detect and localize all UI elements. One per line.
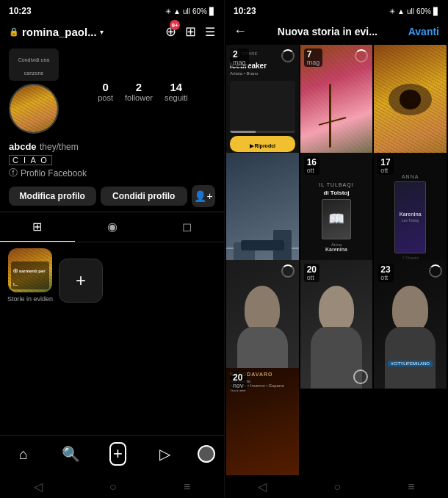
nav-search[interactable]: 🔍: [56, 443, 85, 465]
stories-row: ⓔ sarmenti per l... Storie in eviden +: [0, 242, 224, 308]
reels-nav-icon: ▷: [159, 445, 170, 463]
right-status-bar: 10:23 ✳ ▲ ull 60% ▊: [225, 0, 448, 21]
cell-8-badge: 20 ott: [304, 264, 319, 282]
stat-post[interactable]: 0 post: [98, 81, 113, 102]
header-actions: ⊕ 9+ ⊞ ☰: [165, 24, 215, 40]
tagged-icon: ◻: [182, 220, 192, 234]
left-time: 10:23: [9, 6, 32, 16]
cell-9-loading: [429, 264, 442, 278]
story-cell-8[interactable]: 20 ott: [300, 260, 373, 389]
cell-5-badge: 16 ott: [304, 156, 319, 175]
bottom-nav: ⌂ 🔍 + ▷: [0, 435, 224, 475]
facebook-link[interactable]: ⓕ Profilo Facebook: [9, 167, 215, 179]
post-count: 0: [102, 81, 108, 93]
story-add-button[interactable]: +: [59, 259, 103, 303]
cell-7-loading: [281, 264, 295, 278]
nav-home[interactable]: ⌂: [9, 443, 38, 465]
right-time: 10:23: [234, 6, 256, 16]
stat-follower[interactable]: 2 follower: [125, 81, 153, 102]
cell-2-badge: 7 mag: [304, 48, 323, 67]
right-status-icons: ✳ ▲ ull 60% ▊: [389, 7, 439, 15]
notif-count: 9+: [170, 20, 180, 30]
tab-reels[interactable]: ◉: [75, 212, 150, 242]
left-status-icons: ✳ ▲ ull 60% ▊: [165, 7, 215, 15]
stats-row: 0 post 2 follower 14 seguiti: [71, 81, 215, 102]
facebook-icon: ⓕ: [9, 167, 18, 179]
story-cell-10[interactable]: NATODAVARO Spettacolo Autunno • Inverno …: [226, 368, 299, 476]
left-status-bar: 10:23 ✳ ▲ ull 60% ▊: [0, 0, 224, 21]
story-highlight-item[interactable]: ⓔ sarmenti per l... Storie in eviden: [7, 248, 53, 303]
bio-ciao: C I A O: [9, 155, 52, 165]
right-header: ← Nuova storia in evi... Avanti: [225, 21, 448, 43]
username-text: romina_paol...: [22, 26, 97, 38]
follower-label: follower: [125, 93, 153, 102]
nav-add[interactable]: +: [103, 443, 132, 465]
facebook-link-text: Profilo Facebook: [21, 168, 87, 178]
tab-grid[interactable]: ⊞: [0, 212, 75, 242]
cell-6-badge: 17 ott: [377, 156, 393, 175]
bio-pronouns: they/them: [40, 142, 79, 152]
next-button[interactable]: Avanti: [408, 26, 439, 37]
right-menu-icon[interactable]: ≡: [408, 480, 414, 494]
left-android-nav: ◁ ○ ≡: [0, 475, 224, 498]
right-back-icon[interactable]: ◁: [258, 480, 267, 494]
add-person-icon: 👤+: [194, 190, 212, 202]
right-header-title: Nuova storia in evi...: [247, 26, 408, 37]
follower-count: 2: [136, 81, 142, 93]
tab-tagged[interactable]: ◻: [149, 212, 224, 242]
left-panel: 10:23 ✳ ▲ ull 60% ▊ 🔒 romina_paol... ▾ ⊕…: [0, 0, 224, 498]
citylife-badge: #CITYLIFEMILANO: [388, 361, 433, 367]
stat-seguiti[interactable]: 14 seguiti: [165, 81, 188, 102]
tab-bar: ⊞ ◉ ◻: [0, 212, 224, 242]
story-add-item[interactable]: +: [59, 259, 103, 303]
cell-1-loading: [281, 49, 295, 62]
right-home-icon[interactable]: ○: [333, 480, 341, 494]
seguiti-label: seguiti: [165, 93, 188, 102]
menu-lines-icon[interactable]: ≡: [184, 480, 190, 494]
chevron-down-icon: ▾: [100, 28, 104, 36]
add-content-icon[interactable]: ⊞: [185, 24, 196, 40]
edit-profile-button[interactable]: Modifica profilo: [9, 187, 96, 206]
action-buttons: Modifica profilo Condidi profilo 👤+: [0, 181, 224, 212]
plus-icon: +: [76, 270, 86, 291]
grid-icon: ⊞: [32, 220, 42, 234]
back-button[interactable]: ←: [234, 24, 247, 39]
nav-profile[interactable]: [198, 445, 215, 463]
home-circle-icon[interactable]: ○: [109, 480, 117, 494]
right-panel: 10:23 ✳ ▲ ull 60% ▊ ← Nuova storia in ev…: [224, 0, 448, 498]
right-android-nav: ◁ ○ ≡: [225, 475, 448, 498]
seguiti-count: 14: [170, 81, 183, 93]
profile-info: Condividi una canzone 0 post 2 follower: [0, 44, 224, 137]
cell-10-badge: 20 nov: [230, 372, 247, 390]
share-profile-button[interactable]: Condidi profilo: [101, 187, 188, 206]
profile-header: 🔒 romina_paol... ▾ ⊕ 9+ ⊞ ☰: [0, 21, 224, 44]
nav-reels[interactable]: ▷: [151, 443, 180, 465]
story-grid: CITARE Icebreaker Artista • Brano ▶ Ripr…: [225, 43, 448, 475]
post-label: post: [98, 93, 113, 102]
cell-9-badge: 23 ott: [377, 264, 393, 282]
story-label: Storie in eviden: [7, 295, 53, 303]
notifications-button[interactable]: ⊕ 9+: [165, 24, 176, 40]
search-icon: 🔍: [62, 445, 80, 463]
story-cell-9[interactable]: 23 ott #CITYLIFEMILANO: [374, 260, 447, 389]
cell-1-badge: 2 mag: [230, 48, 249, 67]
story-highlight-thumb: ⓔ sarmenti per l...: [8, 248, 52, 292]
add-person-button[interactable]: 👤+: [192, 185, 215, 207]
avatar[interactable]: [9, 84, 59, 134]
song-card-label: Condividi una canzone: [18, 57, 49, 76]
profile-username-wrap[interactable]: 🔒 romina_paol... ▾: [9, 26, 104, 38]
back-icon[interactable]: ◁: [34, 480, 43, 494]
bio-section: abcde they/them C I A O ⓕ Profilo Facebo…: [0, 137, 224, 181]
home-icon: ⌂: [19, 446, 28, 463]
add-icon: +: [109, 442, 126, 466]
bio-name: abcde: [9, 141, 37, 152]
lock-icon: 🔒: [9, 27, 19, 37]
reels-icon: ◉: [107, 220, 118, 234]
menu-icon[interactable]: ☰: [205, 25, 215, 39]
